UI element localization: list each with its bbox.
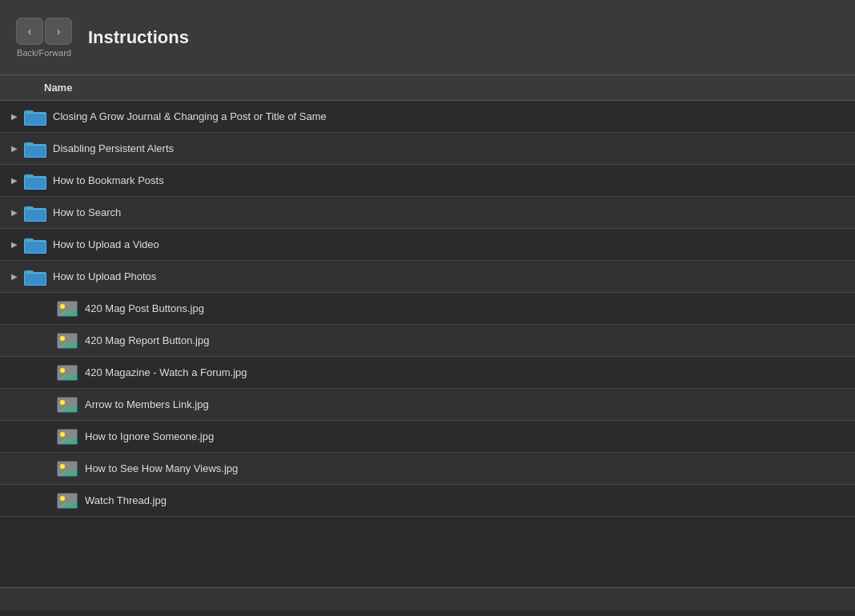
forward-button[interactable]: › <box>45 18 72 45</box>
nav-section: ‹ › Back/Forward <box>16 18 72 58</box>
file-name: Watch Thread.jpg <box>85 494 167 506</box>
svg-rect-11 <box>25 178 46 189</box>
svg-rect-7 <box>25 146 46 157</box>
file-name: Closing A Grow Journal & Changing a Post… <box>53 110 327 122</box>
list-item[interactable]: 420 Mag Post Buttons.jpg <box>0 293 855 325</box>
back-icon: ‹ <box>28 25 32 38</box>
list-item[interactable]: How to Ignore Someone.jpg <box>0 421 855 453</box>
disclosure-arrow-icon <box>40 494 53 507</box>
image-file-icon <box>56 332 78 350</box>
image-file-icon <box>56 492 78 510</box>
disclosure-arrow-icon <box>40 462 53 475</box>
file-name: 420 Mag Report Button.jpg <box>85 334 209 346</box>
image-file-icon <box>56 364 78 382</box>
image-file-icon <box>56 396 78 414</box>
folder-icon <box>24 268 46 286</box>
page-title: Instructions <box>88 27 189 48</box>
image-file-icon <box>56 428 78 446</box>
disclosure-arrow-icon[interactable]: ▶ <box>8 206 21 219</box>
list-item[interactable]: 420 Mag Report Button.jpg <box>0 325 855 357</box>
list-item[interactable]: ▶ How to Search <box>0 197 855 229</box>
disclosure-arrow-icon <box>40 334 53 347</box>
folder-icon <box>24 204 46 222</box>
list-item[interactable]: ▶ Closing A Grow Journal & Changing a Po… <box>0 101 855 133</box>
nav-label: Back/Forward <box>17 48 71 58</box>
file-name: How to Ignore Someone.jpg <box>85 430 214 442</box>
image-file-icon <box>56 460 78 478</box>
list-item[interactable]: Arrow to Members Link.jpg <box>0 389 855 421</box>
list-item[interactable]: How to See How Many Views.jpg <box>0 453 855 485</box>
folder-icon <box>24 172 46 190</box>
folder-icon <box>24 108 46 126</box>
list-item[interactable]: ▶ How to Upload Photos <box>0 261 855 293</box>
disclosure-arrow-icon <box>40 366 53 379</box>
folder-icon <box>24 236 46 254</box>
disclosure-arrow-icon[interactable]: ▶ <box>8 270 21 283</box>
disclosure-arrow-icon <box>40 302 53 315</box>
folder-icon <box>24 140 46 158</box>
file-name: Arrow to Members Link.jpg <box>85 398 209 410</box>
svg-rect-3 <box>25 114 46 125</box>
file-name: How to See How Many Views.jpg <box>85 462 238 474</box>
disclosure-arrow-icon <box>40 398 53 411</box>
name-column-header: Name <box>44 82 72 94</box>
column-header: Name <box>0 75 855 101</box>
disclosure-arrow-icon[interactable]: ▶ <box>8 174 21 187</box>
file-name: How to Bookmark Posts <box>53 174 164 186</box>
list-item[interactable]: ▶ Disabling Persistent Alerts <box>0 133 855 165</box>
svg-rect-15 <box>25 210 46 221</box>
forward-icon: › <box>57 25 61 38</box>
image-file-icon <box>56 300 78 318</box>
list-item[interactable]: ▶ How to Upload a Video <box>0 229 855 261</box>
list-item[interactable]: 420 Magazine - Watch a Forum.jpg <box>0 357 855 389</box>
svg-rect-19 <box>25 242 46 253</box>
file-name: 420 Mag Post Buttons.jpg <box>85 302 204 314</box>
list-item[interactable]: Watch Thread.jpg <box>0 485 855 517</box>
file-name: How to Search <box>53 206 121 218</box>
disclosure-arrow-icon[interactable]: ▶ <box>8 142 21 155</box>
toolbar: ‹ › Back/Forward Instructions <box>0 0 855 75</box>
list-item[interactable]: ▶ How to Bookmark Posts <box>0 165 855 197</box>
file-name: 420 Magazine - Watch a Forum.jpg <box>85 366 247 378</box>
file-list: ▶ Closing A Grow Journal & Changing a Po… <box>0 101 855 587</box>
svg-rect-23 <box>25 274 46 285</box>
back-button[interactable]: ‹ <box>16 18 43 45</box>
file-name: How to Upload Photos <box>53 270 156 282</box>
disclosure-arrow-icon[interactable]: ▶ <box>8 238 21 251</box>
file-name: Disabling Persistent Alerts <box>53 142 174 154</box>
disclosure-arrow-icon <box>40 430 53 443</box>
file-name: How to Upload a Video <box>53 238 159 250</box>
disclosure-arrow-icon[interactable]: ▶ <box>8 110 21 123</box>
status-bar <box>0 587 855 611</box>
